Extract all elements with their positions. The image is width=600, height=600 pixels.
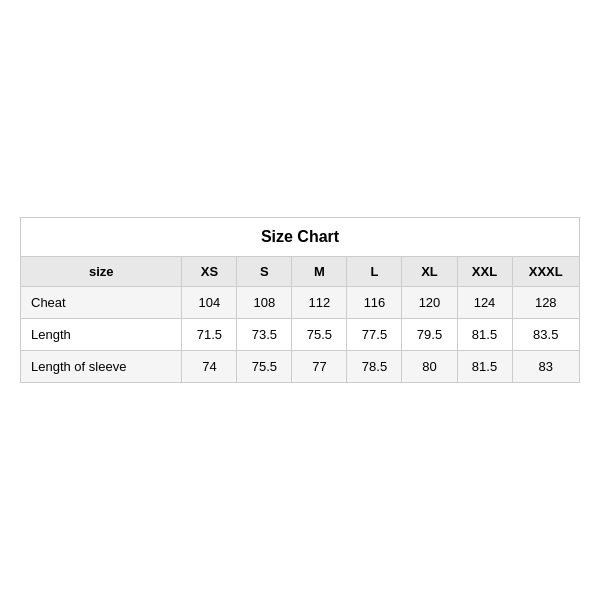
size-chart-table: Size Chart sizeXSSMLXLXXLXXXL Cheat10410… bbox=[20, 217, 580, 383]
row-label-1: Length bbox=[21, 319, 182, 351]
cell-1-1: 73.5 bbox=[237, 319, 292, 351]
cell-1-4: 79.5 bbox=[402, 319, 457, 351]
header-cell-1: XS bbox=[182, 257, 237, 287]
header-cell-7: XXXL bbox=[512, 257, 579, 287]
cell-2-3: 78.5 bbox=[347, 351, 402, 383]
cell-1-3: 77.5 bbox=[347, 319, 402, 351]
cell-1-0: 71.5 bbox=[182, 319, 237, 351]
header-row: sizeXSSMLXLXXLXXXL bbox=[21, 257, 580, 287]
cell-0-0: 104 bbox=[182, 287, 237, 319]
header-cell-0: size bbox=[21, 257, 182, 287]
cell-0-6: 128 bbox=[512, 287, 579, 319]
cell-1-2: 75.5 bbox=[292, 319, 347, 351]
cell-2-5: 81.5 bbox=[457, 351, 512, 383]
size-chart-container: Size Chart sizeXSSMLXLXXLXXXL Cheat10410… bbox=[20, 217, 580, 383]
cell-1-5: 81.5 bbox=[457, 319, 512, 351]
cell-0-2: 112 bbox=[292, 287, 347, 319]
header-cell-2: S bbox=[237, 257, 292, 287]
cell-1-6: 83.5 bbox=[512, 319, 579, 351]
header-cell-6: XXL bbox=[457, 257, 512, 287]
table-title: Size Chart bbox=[21, 218, 580, 257]
row-label-2: Length of sleeve bbox=[21, 351, 182, 383]
cell-0-1: 108 bbox=[237, 287, 292, 319]
header-cell-4: L bbox=[347, 257, 402, 287]
cell-0-5: 124 bbox=[457, 287, 512, 319]
cell-2-6: 83 bbox=[512, 351, 579, 383]
table-row: Cheat104108112116120124128 bbox=[21, 287, 580, 319]
cell-0-3: 116 bbox=[347, 287, 402, 319]
cell-0-4: 120 bbox=[402, 287, 457, 319]
cell-2-0: 74 bbox=[182, 351, 237, 383]
header-cell-5: XL bbox=[402, 257, 457, 287]
header-cell-3: M bbox=[292, 257, 347, 287]
cell-2-1: 75.5 bbox=[237, 351, 292, 383]
cell-2-4: 80 bbox=[402, 351, 457, 383]
row-label-0: Cheat bbox=[21, 287, 182, 319]
title-row: Size Chart bbox=[21, 218, 580, 257]
cell-2-2: 77 bbox=[292, 351, 347, 383]
table-row: Length of sleeve7475.57778.58081.583 bbox=[21, 351, 580, 383]
table-row: Length71.573.575.577.579.581.583.5 bbox=[21, 319, 580, 351]
